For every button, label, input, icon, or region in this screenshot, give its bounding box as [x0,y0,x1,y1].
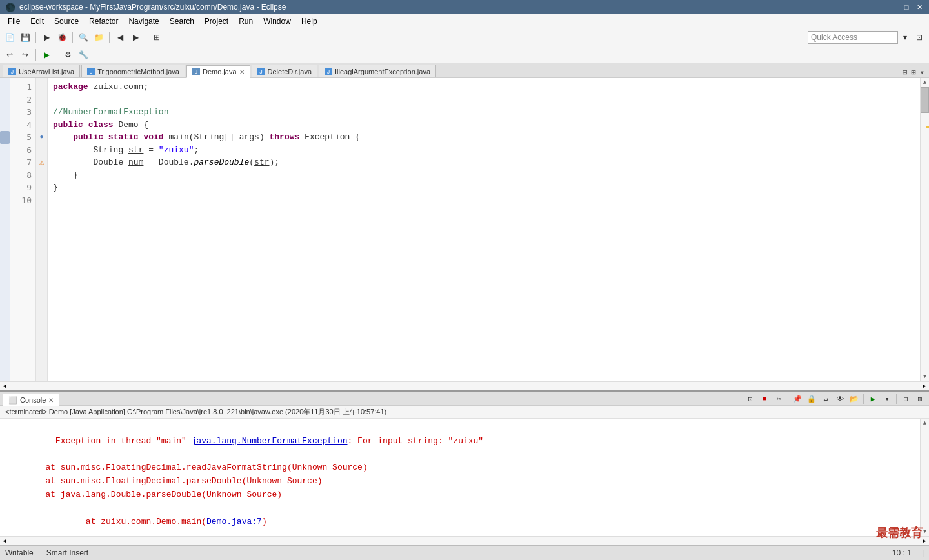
debug-button[interactable]: 🐞 [55,30,69,45]
scroll-track[interactable] [921,87,929,372]
menu-source[interactable]: Source [49,15,84,27]
tab-close-demo[interactable]: ✕ [239,68,245,75]
console-vertical-scrollbar[interactable]: ▲ ▼ [920,419,929,536]
console-tab[interactable]: ⬜ Console ✕ [3,394,59,406]
hscroll-left-arrow[interactable]: ◀ [0,382,9,390]
console-horizontal-scrollbar[interactable]: ◀ ▶ [0,536,929,545]
bottom-panel: ⬜ Console ✕ ⊡ ■ ✂ 📌 🔒 ↵ 👁 📂 ▶ ▾ ⊟ [0,390,929,545]
editor-area: J UseArrayList.java J TrigonometricMetho… [0,63,929,390]
toolbar2-sep2 [57,49,57,61]
tab-usearraylist[interactable]: J UseArrayList.java [3,65,80,77]
tab-illeagl[interactable]: J IlleaglArgumentException.java [319,65,436,77]
quick-access-box[interactable]: Quick Access [808,31,898,44]
watermark: 最需教育 [876,525,923,541]
console-tab-close[interactable]: ✕ [48,397,54,404]
hscroll-track[interactable] [9,382,920,390]
open-type-button[interactable]: 🔍 [76,30,90,45]
marker-4 [36,119,47,132]
console-scroll-lock-btn[interactable]: 🔒 [805,392,818,405]
console-stop-btn[interactable]: ■ [758,392,771,405]
marker-6 [36,144,47,157]
console-open-file-btn[interactable]: 📂 [848,392,861,405]
save-button[interactable]: 💾 [18,30,32,45]
code-line-2 [53,94,915,106]
console-sep1 [788,394,788,404]
exception-prefix: Exception in thread [55,436,156,446]
minimize-button[interactable]: – [889,3,898,12]
menu-edit[interactable]: Edit [25,15,49,27]
toolbar2-btn2[interactable]: ↪ [18,48,32,62]
console-line-5: at zuixu.comn.Demo.main(Demo.java:7) [5,502,915,536]
console-line5-prefix: at zuixu.comn.Demo.main( [55,517,206,526]
hscroll-right-arrow[interactable]: ▶ [920,382,929,390]
tab-demo[interactable]: J Demo.java ✕ [186,65,250,78]
open-resource-button[interactable]: 📁 [92,30,106,45]
menu-help[interactable]: Help [296,15,323,27]
perspective-open-button[interactable]: ⊡ [912,30,926,45]
console-hscroll-track[interactable] [9,537,920,545]
console-word-wrap-btn[interactable]: ↵ [819,392,832,405]
prev-edit-button[interactable]: ◀ [113,30,127,45]
tab-label-trigonometric: TrigonometricMethod.java [97,68,179,75]
code-line-1: package zuixu.comn; [53,81,915,94]
demo-java-link[interactable]: Demo.java:7 [206,517,262,526]
console-hscroll-left[interactable]: ◀ [0,537,9,545]
marker-9 [36,181,47,194]
line-num-1: 1 [10,81,32,94]
console-scroll-up[interactable]: ▲ [921,419,929,428]
tab-ctrl-minimize[interactable]: ⊟ [901,68,909,77]
console-tab-label: Console [20,396,46,404]
code-editor[interactable]: package zuixu.comn; //NumberFormatExcept… [48,78,920,381]
menu-project[interactable]: Project [199,15,234,27]
console-sep3 [896,394,897,404]
scroll-thumb[interactable] [921,87,929,113]
menu-run[interactable]: Run [234,15,258,27]
menu-search[interactable]: Search [165,15,199,27]
toolbar2-run[interactable]: ▶ [39,48,54,62]
editor-horizontal-scrollbar[interactable]: ◀ ▶ [0,381,929,390]
menu-bar: File Edit Source Refactor Navigate Searc… [0,14,929,28]
close-button[interactable]: ✕ [915,3,924,12]
title-bar-controls: – □ ✕ [889,3,924,12]
status-insert-mode: Smart Insert [46,548,88,557]
scroll-up-arrow[interactable]: ▲ [921,78,929,87]
menu-navigate[interactable]: Navigate [123,15,164,27]
console-disconnect-btn[interactable]: ✂ [772,392,785,405]
tab-label-deletedir: DeleteDir.java [268,68,312,75]
tab-ctrl-menu[interactable]: ▾ [918,68,926,77]
console-run-menu-btn[interactable]: ▾ [881,392,894,405]
line-num-5: 5 [10,131,32,144]
toolbar2-btn1[interactable]: ↩ [3,48,17,62]
tab-ctrl-maximize[interactable]: ⊞ [910,68,918,77]
toolbar2-btn4[interactable]: 🔧 [76,48,90,62]
run-last-button[interactable]: ▶ [39,30,54,45]
console-maximize-btn[interactable]: ⊞ [914,392,926,405]
console-pin-btn[interactable]: 📌 [791,392,804,405]
line-num-2: 2 [10,94,32,106]
console-scroll-track[interactable] [921,428,929,527]
scroll-down-arrow[interactable]: ▼ [921,372,929,381]
toolbar2-btn3[interactable]: ⚙ [61,48,75,62]
console-minimize-btn[interactable]: ⊟ [899,392,912,405]
next-edit-button[interactable]: ▶ [128,30,143,45]
menu-refactor[interactable]: Refactor [84,15,123,27]
tab-trigonometric[interactable]: J TrigonometricMethod.java [81,65,185,77]
line-num-3: 3 [10,106,32,119]
console-view-console-btn[interactable]: 👁 [834,392,846,405]
exception-link[interactable]: java.lang.NumberFormatException [192,436,348,446]
menu-file[interactable]: File [3,15,25,27]
view-menu-button[interactable]: ▾ [898,30,912,45]
line-num-8: 8 [10,169,32,182]
maximize-button[interactable]: □ [902,3,911,12]
tab-deletedir[interactable]: J DeleteDir.java [252,65,317,77]
code-line-5: public static void main(String[] args) t… [53,131,915,144]
tab-label-usearraylist: UseArrayList.java [19,68,74,75]
console-clear-btn[interactable]: ⊡ [744,392,757,405]
new-button[interactable]: 📄 [3,30,17,45]
perspective-button[interactable]: ⊞ [150,30,164,45]
toolbar-sep-3 [109,32,110,43]
editor-vertical-scrollbar[interactable]: ▲ ▼ [920,78,929,381]
console-output: Exception in thread "main" java.lang.Num… [0,419,920,536]
menu-window[interactable]: Window [258,15,296,27]
console-run-btn[interactable]: ▶ [866,392,879,405]
